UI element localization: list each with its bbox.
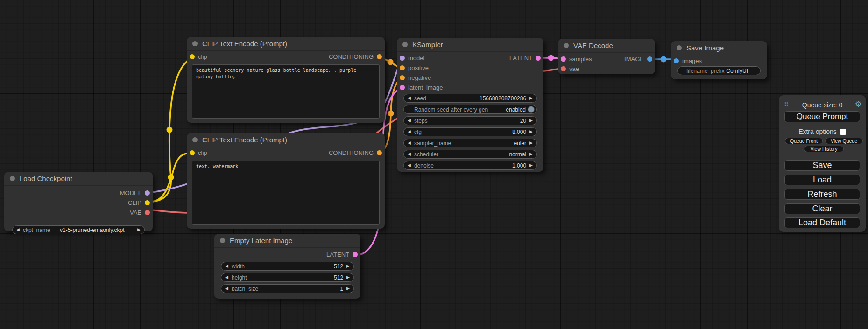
save-button[interactable]: Save [784,160,860,171]
collapse-dot-icon[interactable] [677,45,682,50]
input-label-model: model [408,55,424,62]
input-label-vae: vae [569,65,579,72]
output-port-conditioning[interactable] [377,54,382,59]
node-vae-decode[interactable]: VAE Decode samples IMAGE vae [558,39,655,74]
reroute-dot-negative[interactable] [388,111,394,117]
load-default-button[interactable]: Load Default [784,217,860,228]
decrement-arrow-icon[interactable]: ◀ [408,152,411,156]
node-save-image[interactable]: Save Image images filename_prefix ComfyU… [671,41,767,79]
widget-random-seed-toggle[interactable]: Random seed after every gen enabled [403,105,537,114]
output-port-latent[interactable] [536,56,541,61]
output-port-model[interactable] [145,190,150,196]
decrement-arrow-icon[interactable]: ◀ [16,228,20,232]
node-title-bar[interactable]: CLIP Text Encode (Prompt) [187,133,385,147]
queue-menu-panel: ⠿ Queue size: 0 ⚙ Queue Prompt Extra opt… [779,95,866,232]
collapse-dot-icon[interactable] [220,238,225,243]
widget-steps[interactable]: ◀ steps 20 ▶ [403,116,537,125]
input-port-latent-image[interactable] [400,85,405,90]
node-clip-text-encode-positive[interactable]: CLIP Text Encode (Prompt) clip CONDITION… [187,37,385,123]
queue-size-label: Queue size: 0 [779,101,866,109]
widget-batch-size[interactable]: ◀ batch_size 1 ▶ [221,284,354,293]
increment-arrow-icon[interactable]: ▶ [346,264,350,268]
collapse-dot-icon[interactable] [192,41,198,46]
node-ksampler[interactable]: KSampler model LATENT positive negative … [397,38,543,172]
increment-arrow-icon[interactable]: ▶ [346,287,350,291]
load-button[interactable]: Load [784,175,860,185]
view-history-button[interactable]: View History [804,146,844,152]
output-port-image[interactable] [647,56,652,62]
input-port-samples[interactable] [561,56,566,62]
collapse-dot-icon[interactable] [402,42,408,47]
decrement-arrow-icon[interactable]: ◀ [408,96,411,100]
output-port-vae[interactable] [145,210,150,215]
decrement-arrow-icon[interactable]: ◀ [225,287,228,291]
increment-arrow-icon[interactable]: ▶ [529,130,533,134]
reroute-dot-clip-upper[interactable] [167,127,173,133]
increment-arrow-icon[interactable]: ▶ [529,96,533,100]
output-label-conditioning: CONDITIONING [329,53,374,60]
increment-arrow-icon[interactable]: ▶ [529,163,533,168]
decrement-arrow-icon[interactable]: ◀ [225,275,228,280]
collapse-dot-icon[interactable] [10,176,15,181]
increment-arrow-icon[interactable]: ▶ [529,119,533,123]
extra-options-checkbox[interactable] [840,129,846,135]
output-port-latent[interactable] [353,252,358,257]
decrement-arrow-icon[interactable]: ◀ [408,119,411,123]
view-queue-button[interactable]: View Queue [825,138,863,144]
increment-arrow-icon[interactable]: ▶ [137,228,141,232]
node-title-bar[interactable]: CLIP Text Encode (Prompt) [187,37,385,51]
input-port-positive[interactable] [400,65,405,70]
node-title-label: Load Checkpoint [20,175,72,182]
prompt-textarea[interactable]: text, watermark [192,161,380,225]
decrement-arrow-icon[interactable]: ◀ [225,264,228,268]
queue-prompt-button[interactable]: Queue Prompt [784,111,860,122]
widget-width[interactable]: ◀ width 512 ▶ [221,262,354,271]
input-port-clip[interactable] [190,54,195,59]
reroute-dot-clip-lower[interactable] [168,175,174,181]
widget-sampler-name[interactable]: ◀ sampler_name euler ▶ [403,139,537,147]
widget-filename-prefix[interactable]: filename_prefix ComfyUI [677,66,761,75]
output-port-clip[interactable] [145,200,150,205]
decrement-arrow-icon[interactable]: ◀ [408,130,411,134]
toggle-enabled-icon[interactable] [528,106,535,113]
node-title-bar[interactable]: VAE Decode [558,39,655,53]
decrement-arrow-icon[interactable]: ◀ [408,163,411,168]
node-clip-text-encode-negative[interactable]: CLIP Text Encode (Prompt) clip CONDITION… [187,133,385,229]
widget-ckpt-name[interactable]: ◀ ckpt_name v1-5-pruned-emaonly.ckpt ▶ [12,225,145,234]
increment-arrow-icon[interactable]: ▶ [529,141,533,145]
increment-arrow-icon[interactable]: ▶ [346,275,350,280]
reroute-dot-image[interactable] [661,56,667,63]
refresh-button[interactable]: Refresh [784,189,860,200]
node-empty-latent-image[interactable]: Empty Latent Image LATENT ◀ width 512 ▶ … [214,234,360,299]
extra-options-label: Extra options [798,128,837,135]
output-port-conditioning[interactable] [377,150,382,155]
prompt-textarea[interactable]: beautiful scenery nature glass bottle la… [192,64,380,119]
reroute-dot-positive[interactable] [388,59,394,65]
input-label-negative: negative [408,74,431,81]
widget-height[interactable]: ◀ height 512 ▶ [221,273,354,282]
node-title-bar[interactable]: Load Checkpoint [4,172,153,186]
decrement-arrow-icon[interactable]: ◀ [408,141,411,145]
node-load-checkpoint[interactable]: Load Checkpoint MODEL CLIP VAE ◀ ckpt_na… [4,172,153,231]
gear-icon[interactable]: ⚙ [855,100,862,109]
output-label-model: MODEL [120,189,141,196]
input-port-images[interactable] [674,58,679,63]
collapse-dot-icon[interactable] [564,43,569,48]
queue-front-button[interactable]: Queue Front [785,138,823,144]
increment-arrow-icon[interactable]: ▶ [529,152,533,156]
widget-scheduler[interactable]: ◀ scheduler normal ▶ [403,150,537,159]
input-port-model[interactable] [400,56,405,61]
clear-button[interactable]: Clear [784,203,860,214]
input-port-vae[interactable] [561,66,566,71]
collapse-dot-icon[interactable] [192,137,198,142]
reroute-dot-latent[interactable] [548,55,554,61]
node-title-bar[interactable]: Empty Latent Image [214,234,360,248]
widget-denoise[interactable]: ◀ denoise 1.000 ▶ [403,161,537,170]
input-label-images: images [682,57,702,64]
widget-seed[interactable]: ◀ seed 156680208700286 ▶ [403,94,537,103]
node-title-bar[interactable]: Save Image [671,41,767,55]
input-port-clip[interactable] [190,150,195,155]
widget-cfg[interactable]: ◀ cfg 8.000 ▶ [403,127,537,136]
node-title-bar[interactable]: KSampler [397,38,543,52]
input-port-negative[interactable] [400,75,405,80]
